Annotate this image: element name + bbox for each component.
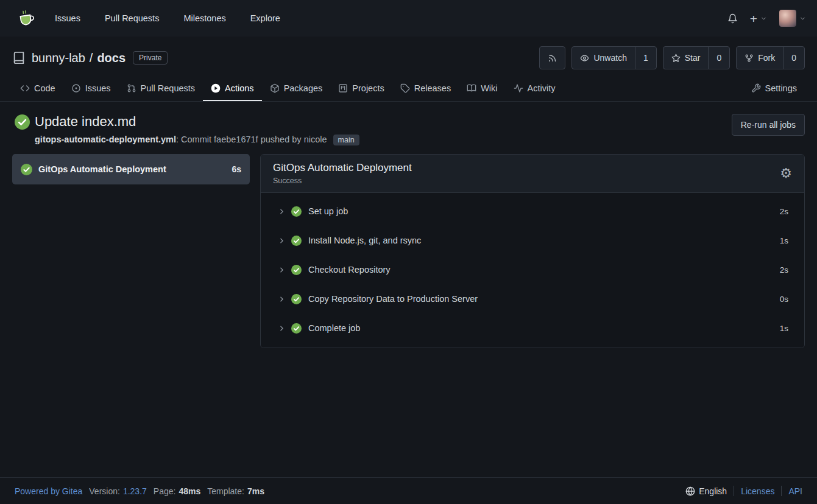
chevron-right-icon[interactable] [278, 266, 286, 274]
job-detail-title: GitOps Automatic Deployment [273, 162, 412, 174]
step-name: Install Node.js, git, and rsync [308, 236, 421, 245]
job-detail-header: GitOps Automatic Deployment Success ⚙ [261, 155, 804, 193]
tab-label: Issues [85, 83, 111, 93]
tab-pull-requests[interactable]: Pull Requests [119, 77, 203, 101]
commit-author-link[interactable]: nicole [304, 135, 327, 144]
wrench-icon [751, 83, 761, 93]
star-button[interactable]: Star [663, 47, 709, 69]
step-row[interactable]: Complete job 1s [261, 313, 804, 343]
fork-button[interactable]: Fork [737, 47, 783, 69]
step-row[interactable]: Checkout Repository 2s [261, 255, 804, 284]
commit-prefix: : Commit [176, 135, 214, 144]
forks-count[interactable]: 0 [783, 47, 804, 69]
rerun-all-jobs-button[interactable]: Re-run all jobs [732, 114, 805, 136]
stars-count[interactable]: 0 [708, 47, 729, 69]
top-navbar: Issues Pull Requests Milestones Explore … [0, 0, 817, 37]
job-name: GitOps Automatic Deployment [38, 164, 166, 174]
tab-settings[interactable]: Settings [743, 77, 805, 101]
tab-label: Packages [284, 83, 323, 93]
workflow-file-link[interactable]: gitops-automatic-deployment.yml [35, 135, 176, 144]
repo-title-row: bunny-lab / docs Private Unwatch [12, 46, 805, 69]
tab-wiki[interactable]: Wiki [459, 77, 505, 101]
run-subtitle: gitops-automatic-deployment.yml: Commit … [35, 135, 732, 144]
tab-projects[interactable]: Projects [330, 77, 392, 101]
kanban-icon [338, 83, 348, 93]
fork-label: Fork [758, 53, 775, 63]
tab-code[interactable]: Code [12, 77, 63, 101]
tab-issues[interactable]: Issues [63, 77, 119, 101]
create-new-button[interactable]: + [750, 12, 767, 25]
tab-label: Settings [765, 83, 797, 93]
job-list-item[interactable]: GitOps Automatic Deployment 6s [12, 154, 250, 184]
git-fork-icon [744, 54, 754, 63]
version-label: Version: [89, 486, 120, 496]
user-avatar [779, 10, 796, 27]
page-footer: Powered by Gitea Version: 1.23.7 Page: 4… [0, 477, 817, 504]
tab-label: Releases [414, 83, 451, 93]
repo-actions: Unwatch 1 Star 0 [539, 46, 805, 69]
tab-releases[interactable]: Releases [392, 77, 459, 101]
step-name: Set up job [308, 206, 348, 216]
success-check-icon [291, 294, 302, 304]
step-row[interactable]: Copy Repository Data to Production Serve… [261, 284, 804, 313]
tab-actions[interactable]: Actions [203, 77, 262, 101]
repo-owner-link[interactable]: bunny-lab [32, 51, 85, 65]
template-time-value: 7ms [247, 486, 264, 496]
repo-tabs: Code Issues Pull Requests Actions [12, 77, 805, 101]
rss-button[interactable] [540, 47, 565, 69]
nav-item-issues[interactable]: Issues [43, 0, 93, 37]
powered-by-gitea-link[interactable]: Powered by Gitea [15, 486, 82, 496]
version-link[interactable]: 1.23.7 [123, 486, 147, 496]
watchers-count[interactable]: 1 [635, 47, 656, 69]
rss-icon [548, 54, 557, 63]
step-row[interactable]: Install Node.js, git, and rsync 1s [261, 226, 804, 255]
activity-pulse-icon [514, 83, 523, 93]
tab-label: Wiki [481, 83, 497, 93]
chevron-right-icon[interactable] [278, 208, 286, 215]
run-header-left: Update index.md gitops-automatic-deploym… [15, 114, 732, 144]
job-duration: 6s [232, 164, 241, 174]
success-check-icon [291, 206, 302, 217]
gear-icon[interactable]: ⚙ [780, 167, 792, 180]
globe-icon [685, 486, 695, 496]
job-steps: Set up job 2s Install Node.js, git, and … [261, 193, 804, 348]
job-status: Success [273, 177, 412, 185]
success-check-icon [21, 164, 32, 175]
tab-activity[interactable]: Activity [506, 77, 564, 101]
user-menu-button[interactable] [779, 10, 806, 27]
actions-play-icon [211, 83, 221, 93]
chevron-right-icon[interactable] [278, 295, 286, 303]
success-check-icon [291, 236, 302, 246]
api-link[interactable]: API [788, 486, 802, 496]
repo-name-link[interactable]: docs [97, 51, 126, 65]
eye-icon [580, 54, 589, 63]
nav-item-explore[interactable]: Explore [238, 0, 292, 37]
star-button-group: Star 0 [663, 46, 730, 69]
tab-packages[interactable]: Packages [262, 77, 331, 101]
issues-icon [71, 83, 81, 93]
pull-request-icon [127, 83, 136, 93]
licenses-link[interactable]: Licenses [741, 486, 774, 496]
nav-item-milestones[interactable]: Milestones [171, 0, 238, 37]
notifications-button[interactable] [727, 13, 738, 24]
job-detail-titles: GitOps Automatic Deployment Success [273, 162, 412, 185]
language-selector[interactable]: English [685, 486, 727, 496]
code-icon [20, 83, 30, 93]
chevron-down-icon [760, 15, 767, 22]
tab-label: Activity [528, 83, 556, 93]
repo-separator: / [90, 51, 93, 65]
commit-sha-link[interactable]: faebe1671f [214, 135, 258, 144]
success-check-icon [15, 114, 30, 130]
job-detail-panel: GitOps Automatic Deployment Success ⚙ Se… [260, 154, 805, 348]
step-row[interactable]: Set up job 2s [261, 197, 804, 226]
watch-button-group: Unwatch 1 [571, 46, 656, 69]
page-time-label: Page: [154, 486, 176, 496]
success-check-icon [291, 323, 302, 334]
chevron-right-icon[interactable] [278, 324, 286, 332]
unwatch-button[interactable]: Unwatch [572, 47, 634, 69]
tab-label: Code [34, 83, 55, 93]
nav-item-pull-requests[interactable]: Pull Requests [93, 0, 171, 37]
gitea-logo[interactable] [17, 9, 37, 28]
chevron-right-icon[interactable] [278, 237, 286, 245]
page-time-value: 48ms [179, 486, 200, 496]
